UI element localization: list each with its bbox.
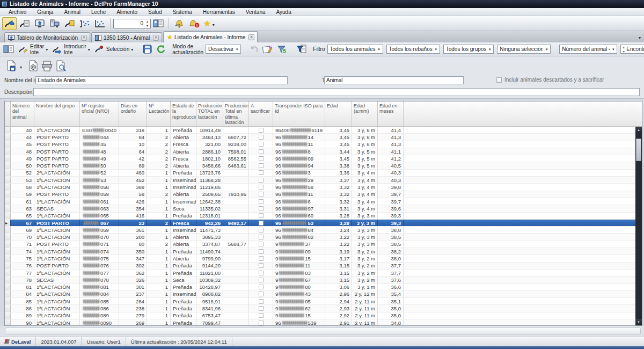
cell-dias[interactable]: 460 bbox=[119, 170, 147, 176]
to-cull-checkbox[interactable] bbox=[259, 221, 264, 226]
cell-transp[interactable]: 96539 bbox=[273, 319, 325, 325]
cell-transp[interactable]: 9660 bbox=[273, 213, 325, 219]
cell-sac[interactable] bbox=[249, 284, 273, 290]
cell-dias[interactable]: 388 bbox=[119, 184, 147, 190]
cell-grupo[interactable]: 1ªLACTACIÓN bbox=[34, 227, 80, 233]
to-cull-checkbox[interactable] bbox=[259, 149, 264, 154]
cell-grupo[interactable]: 1ªLACTACIÓN bbox=[34, 127, 80, 133]
scroll-up-icon[interactable] bbox=[635, 127, 642, 133]
cell-edad[interactable]: 3,46 bbox=[325, 127, 352, 133]
cell-grupo[interactable]: 2ªLACTACIÓN bbox=[34, 170, 80, 176]
cell-nro[interactable]: 52 bbox=[80, 170, 119, 176]
cell-lact[interactable]: 1 bbox=[147, 319, 171, 325]
cell-filler[interactable] bbox=[404, 127, 635, 133]
cell-num[interactable]: 48 bbox=[11, 148, 34, 155]
table-row[interactable]: 45POST PARTO45102Fresca321,009238,009611… bbox=[5, 141, 635, 148]
cell-nro[interactable]: 086 bbox=[80, 305, 119, 311]
cell-dias[interactable]: 238 bbox=[119, 305, 147, 311]
cell-dias[interactable]: 10 bbox=[119, 141, 147, 148]
cell-amm[interactable]: 3 y, 2 m bbox=[352, 248, 378, 255]
cell-meses[interactable]: 35,0 bbox=[378, 305, 404, 311]
col-header-num[interactable]: Número del animal bbox=[11, 101, 34, 126]
cell-prod[interactable]: 10309,32 bbox=[196, 277, 223, 283]
to-cull-checkbox[interactable] bbox=[259, 192, 264, 197]
row-indicator-cell[interactable] bbox=[5, 220, 11, 226]
cell-prod[interactable]: 13723,76 bbox=[196, 170, 223, 176]
cell-sac[interactable] bbox=[249, 198, 273, 205]
enter-batch-button[interactable]: Introducir lote bbox=[52, 43, 90, 55]
table-row[interactable]: 581ªLACTACIÓN0583881Inseminada11219,8696… bbox=[5, 184, 635, 191]
cell-transp[interactable]: 9609 bbox=[273, 155, 325, 162]
row-indicator-cell[interactable] bbox=[5, 298, 11, 304]
to-cull-checkbox[interactable] bbox=[259, 135, 264, 140]
table-row[interactable]: 741ªLACTACIÓN0743501Preñada11490,749093,… bbox=[5, 248, 635, 255]
open-animal-card-button[interactable] bbox=[151, 17, 165, 30]
cell-dias[interactable]: 269 bbox=[119, 319, 147, 325]
table-row[interactable]: 76POST PARTO0763021Preñada9144,209113,15… bbox=[5, 263, 635, 270]
cell-transp[interactable]: 943 bbox=[273, 291, 325, 297]
cell-nro[interactable]: 50 bbox=[80, 162, 119, 169]
cell-nro[interactable]: 078 bbox=[80, 277, 119, 283]
cell-nro[interactable]: 071 bbox=[80, 241, 119, 248]
cell-nro[interactable]: 063 bbox=[80, 205, 119, 212]
cell-filler[interactable] bbox=[404, 312, 635, 319]
cell-num[interactable]: 86 bbox=[11, 305, 34, 311]
cell-num[interactable]: 44 bbox=[11, 134, 34, 140]
cell-prod[interactable]: 10428,97 bbox=[196, 284, 223, 290]
cell-amm[interactable]: 3 y, 2 m bbox=[352, 277, 378, 283]
cell-nro[interactable]: 081 bbox=[80, 284, 119, 290]
cell-prod[interactable]: 7899,47 bbox=[196, 319, 223, 325]
cell-prod[interactable]: 8908,82 bbox=[196, 291, 223, 297]
filter-selection-select[interactable]: Ninguna selección bbox=[497, 45, 551, 54]
cell-prod_ult[interactable] bbox=[223, 277, 249, 283]
cell-estado[interactable]: Preñada bbox=[171, 284, 196, 290]
cell-meses[interactable]: 39,7 bbox=[378, 198, 404, 205]
cell-filler[interactable] bbox=[404, 305, 635, 311]
cell-edad[interactable]: 3,15 bbox=[325, 270, 352, 276]
cell-transp[interactable]: 964006119 bbox=[273, 127, 325, 133]
cell-num[interactable]: 77 bbox=[11, 270, 34, 276]
cell-lact[interactable]: 1 bbox=[147, 127, 171, 133]
cell-amm[interactable]: 3 y, 4 m bbox=[352, 177, 378, 183]
table-row[interactable]: 651ªLACTACIÓN0654161Preñada12318,0196603… bbox=[5, 213, 635, 220]
cell-amm[interactable]: 3 y, 4 m bbox=[352, 191, 378, 198]
cell-sac[interactable] bbox=[249, 298, 273, 304]
cell-dias[interactable]: 279 bbox=[119, 312, 147, 319]
to-cull-checkbox[interactable] bbox=[259, 256, 264, 261]
cell-num[interactable]: 53 bbox=[11, 177, 34, 183]
cell-grupo[interactable]: 1ªLACTACIÓN bbox=[34, 312, 80, 319]
cell-estado[interactable]: Fresca bbox=[171, 155, 196, 162]
cell-prod_ult[interactable] bbox=[223, 270, 249, 276]
cell-prod[interactable]: 2886,10 bbox=[196, 148, 223, 155]
cell-grupo[interactable]: POST PARTO bbox=[34, 191, 80, 198]
cell-prod[interactable]: 3458,66 bbox=[196, 162, 223, 169]
cell-estado[interactable]: Abierta bbox=[171, 134, 196, 140]
cell-edad[interactable]: 3,28 bbox=[325, 213, 352, 219]
cell-prod_ult[interactable] bbox=[223, 177, 249, 183]
cell-sac[interactable] bbox=[249, 241, 273, 248]
cell-prod_ult[interactable]: 6483,61 bbox=[223, 162, 249, 169]
col-header-prod_ult[interactable]: Producción Total en última lactación bbox=[223, 101, 249, 126]
table-row[interactable]: 701ªLACTACIÓN0702001Abierta3895,3396823,… bbox=[5, 234, 635, 241]
design-report-button[interactable] bbox=[262, 45, 273, 54]
cell-num[interactable]: 65 bbox=[11, 213, 34, 219]
cell-estado[interactable]: Abierta bbox=[171, 162, 196, 169]
cell-amm[interactable]: 3 y, 5 m bbox=[352, 162, 378, 169]
system-computer-button[interactable] bbox=[47, 17, 62, 30]
cell-nro[interactable]: 084 bbox=[80, 291, 119, 297]
cell-meses[interactable]: 38,5 bbox=[378, 234, 404, 240]
cell-edad[interactable]: 3,19 bbox=[325, 248, 352, 255]
cell-prod[interactable]: 9516,91 bbox=[196, 298, 223, 304]
cell-dias[interactable]: 23 bbox=[119, 220, 147, 226]
table-row[interactable]: 811ªLACTACIÓN0813011Preñada10428,979803,… bbox=[5, 284, 635, 291]
cell-sac[interactable] bbox=[249, 213, 273, 219]
cell-grupo[interactable]: POST PARTO bbox=[34, 220, 80, 226]
cell-lact[interactable]: 1 bbox=[147, 298, 171, 304]
cell-nro[interactable]: 074 bbox=[80, 248, 119, 255]
table-row[interactable]: 771ªLACTACIÓN0773621Preñada11821,809033,… bbox=[5, 270, 635, 277]
cell-amm[interactable]: 3 y, 6 m bbox=[352, 141, 378, 148]
table-row[interactable]: 59POST PARTO059582Abierta2509,657910,959… bbox=[5, 191, 635, 198]
cell-nro[interactable]: 089 bbox=[80, 312, 119, 319]
cell-filler[interactable] bbox=[404, 319, 635, 325]
cell-grupo[interactable]: SECAS bbox=[34, 277, 80, 283]
